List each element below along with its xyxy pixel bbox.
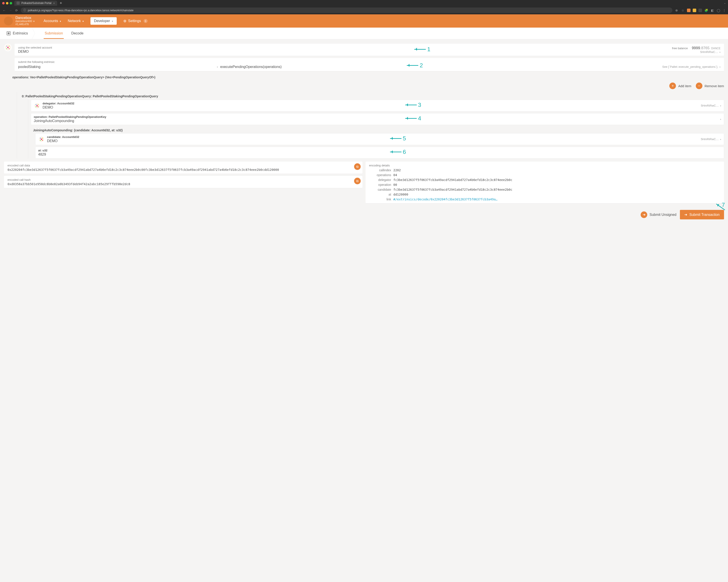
operation-selector[interactable]: operation: PalletPooledStakingPendingOpe… — [31, 113, 724, 125]
extension-icon[interactable] — [693, 8, 696, 12]
encoding-details-card: encoding details callindex 2202 operatio… — [366, 161, 724, 203]
detail-key: operations — [369, 173, 391, 177]
app-top-bar: Dancebox dancebox/400 #1,449,476 Account… — [0, 14, 728, 28]
browser-tab[interactable]: Polkadot/Substrate Portal × — [14, 1, 57, 6]
remove-item-button[interactable]: − Remove item — [696, 82, 724, 89]
chain-block: #1,449,476 — [16, 23, 35, 26]
submit-unsigned-button[interactable]: ➜ Submit Unsigned — [641, 211, 676, 218]
candidate-value: DEMO — [47, 139, 699, 143]
detail-value: fc3be3d12637f5f0637fcb3a49acdf2941abd727… — [393, 188, 721, 191]
browser-chrome: Polkadot/Substrate Portal × + ⌄ ← → ⟳ ⓘ … — [0, 0, 728, 14]
encoded-call-hash-value: 0xd0358a37bb501e958dc8b8e82a0b3493fdeb94… — [7, 182, 359, 186]
candidate-selector[interactable]: candidate: AccountId32 DEMO 5HmRiRwC… — [35, 133, 724, 145]
tab-title: Polkadot/Substrate Portal — [21, 2, 51, 5]
account-label: using the selected account — [18, 46, 52, 49]
extension-icon[interactable] — [698, 8, 702, 12]
tabs-overflow-icon[interactable]: ⌄ — [724, 2, 726, 4]
plus-icon: + — [669, 82, 676, 89]
tab-decode[interactable]: Decode — [70, 28, 84, 39]
copy-icon: ⧉ — [356, 165, 359, 169]
nav-accounts[interactable]: Accounts — [44, 19, 61, 23]
close-tab-icon[interactable]: × — [53, 2, 55, 5]
nav-network[interactable]: Network — [68, 19, 84, 23]
new-tab-button[interactable]: + — [58, 1, 63, 5]
at-input[interactable]: at: u32 4829 — [35, 147, 724, 158]
decode-link[interactable]: #/extrinsics/decode/0x220204fc3be3d12637… — [393, 198, 721, 201]
side-panel-icon[interactable]: ◧ — [710, 8, 714, 12]
bookmark-icon[interactable]: ☆ — [681, 8, 685, 12]
param-vec-label: operations: Vec<PalletPooledStakingPendi… — [12, 73, 724, 81]
chain-selector[interactable]: Dancebox dancebox/400 #1,449,476 — [16, 16, 35, 26]
detail-key: candidate — [369, 188, 391, 191]
chevron-down-icon — [720, 104, 721, 107]
candidate-address-short: 5HmRiRwC… — [701, 137, 719, 141]
delegator-selector[interactable]: delegator: AccountId32 DEMO 5HmRiRwC… — [31, 100, 724, 111]
zoom-icon[interactable]: ⊕ — [675, 8, 679, 12]
settings-badge: 1 — [144, 19, 148, 23]
breadcrumb[interactable]: Extrinsics — [4, 28, 30, 39]
extensions-menu-icon[interactable]: 🧩 — [704, 8, 708, 12]
window-traffic-lights — [2, 2, 12, 4]
param-index-label: 0: PalletPooledStakingPendingOperationQu… — [20, 92, 724, 100]
chevron-down-icon — [82, 19, 84, 23]
struct-label: JoiningAutoCompounding: {candidate: Acco… — [31, 127, 724, 133]
encoded-call-hash-label: encoded call hash — [7, 178, 359, 181]
chevron-down-icon — [112, 19, 113, 23]
kebab-menu-icon[interactable]: ⋮ — [723, 8, 726, 12]
balance-label: free balance — [672, 47, 688, 50]
site-info-icon[interactable]: ⓘ — [23, 8, 26, 12]
extension-icon[interactable] — [687, 8, 691, 12]
detail-value: dd120000 — [393, 193, 721, 196]
balance-frac: .8765 — [700, 46, 710, 50]
delegator-address-short: 5HmRiRwC… — [701, 104, 719, 107]
gear-icon — [123, 19, 126, 23]
encoding-details-label: encoding details — [369, 164, 721, 167]
minus-icon: − — [696, 82, 702, 89]
copy-call-hash-button[interactable]: ⧉ — [354, 178, 361, 184]
copy-call-data-button[interactable]: ⧉ — [354, 163, 361, 170]
sign-in-icon: ➜ — [641, 211, 647, 218]
sign-in-icon: ➜ — [684, 212, 687, 217]
balance-int: 9999 — [692, 46, 700, 50]
encoded-call-data-label: encoded call data — [7, 164, 359, 167]
account-selector-card[interactable]: using the selected account DEMO free bal… — [15, 44, 724, 56]
profile-icon[interactable]: ◯ — [717, 8, 721, 12]
tab-favicon — [17, 2, 20, 5]
operation-label: operation: PalletPooledStakingPendingOpe… — [34, 115, 718, 119]
chain-spec: dancebox/400 — [16, 20, 32, 23]
pallet-value: pooledStaking — [18, 65, 41, 69]
pallet-selector[interactable]: pooledStaking — [18, 65, 218, 69]
nav-developer[interactable]: Developer — [90, 17, 117, 25]
back-button[interactable]: ← — [2, 8, 6, 12]
call-docs-hint: See [`Pallet::execute_pending_operations… — [662, 65, 718, 69]
chain-logo[interactable] — [4, 17, 13, 25]
call-selector[interactable]: executePendingOperations(operations) — [220, 65, 660, 69]
operation-value: JoiningAutoCompounding — [34, 119, 718, 123]
chevron-down-icon — [33, 20, 35, 23]
minimize-window-button[interactable] — [6, 2, 8, 4]
detail-key: at — [369, 193, 391, 196]
close-window-button[interactable] — [2, 2, 5, 4]
address-bar[interactable]: ⓘ polkadot.js.org/apps/?rpc=wss://fraa-d… — [21, 7, 672, 13]
chevron-down-icon — [60, 19, 61, 23]
chain-name: Dancebox — [16, 16, 35, 20]
balance-unit: DANCE — [711, 47, 721, 50]
encoded-call-data-card: ⧉ encoded call data 0x220204fc3be3d12637… — [4, 161, 362, 174]
chevron-down-icon — [720, 137, 721, 141]
submit-transaction-button[interactable]: ➜ Submit Transaction — [680, 210, 724, 219]
encoded-call-hash-card: ⧉ encoded call hash 0xd0358a37bb501e958d… — [4, 176, 362, 188]
add-item-button[interactable]: + Add item — [669, 82, 691, 89]
candidate-label: candidate: AccountId32 — [47, 135, 699, 138]
url-text: polkadot.js.org/apps/?rpc=wss://fraa-dan… — [28, 9, 133, 12]
breadcrumb-chevron — [32, 28, 35, 39]
tab-submission[interactable]: Submission — [44, 28, 64, 39]
reload-button[interactable]: ⟳ — [15, 8, 19, 12]
breadcrumb-label: Extrinsics — [13, 31, 28, 35]
detail-value: 2202 — [393, 169, 721, 172]
forward-button[interactable]: → — [8, 8, 12, 12]
maximize-window-button[interactable] — [10, 2, 12, 4]
at-value: 4829 — [38, 152, 721, 156]
nav-settings[interactable]: Settings 1 — [123, 19, 148, 23]
account-identicon — [34, 102, 41, 109]
copy-icon: ⧉ — [356, 179, 359, 183]
